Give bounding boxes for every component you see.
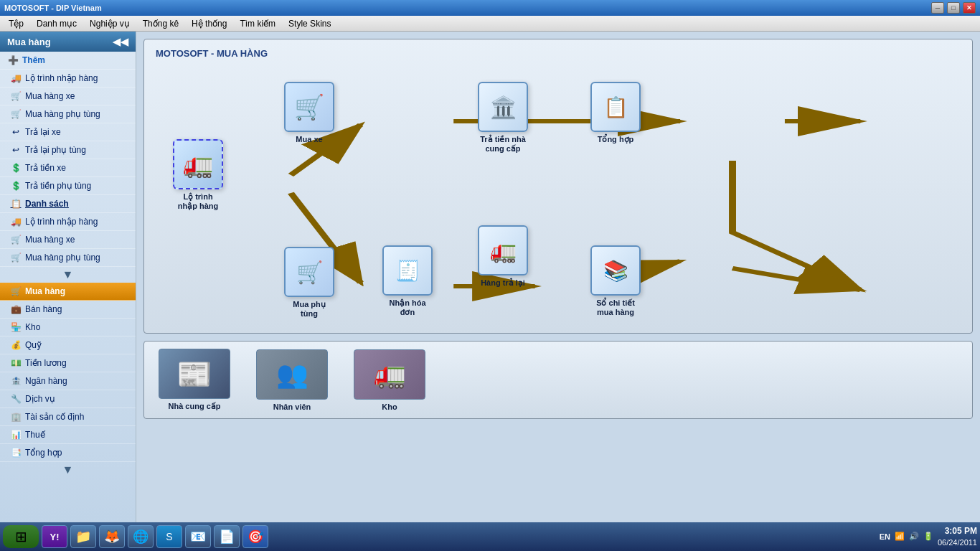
sidebar-item-mua-phu-tung-2[interactable]: 🛒 Mua hàng phụ tùng bbox=[0, 249, 136, 267]
node-tra-tien-ncc-label: Trả tiền nhàcung cấp bbox=[480, 135, 526, 154]
diagram-title: MOTOSOFT - MUA HÀNG bbox=[151, 47, 965, 60]
title-bar: MOTOSOFT - DIP Vietnam ─ □ ✕ bbox=[0, 0, 980, 16]
maximize-button[interactable]: □ bbox=[947, 2, 960, 14]
sidebar-label-4: Trả lại phụ tùng bbox=[25, 145, 86, 155]
sidebar-item-tra-lai-xe[interactable]: ↩ Trả lại xe bbox=[0, 123, 136, 141]
sidebar-scroll-bottom[interactable]: ▼ bbox=[0, 462, 136, 478]
taskbar-explorer[interactable]: 📁 bbox=[70, 525, 96, 548]
sidebar-collapse-btn[interactable]: ◀◀ bbox=[113, 36, 128, 47]
taskbar-outlook[interactable]: 📧 bbox=[185, 525, 211, 548]
menu-nghiep-vu[interactable]: Nghiệp vụ bbox=[84, 17, 136, 30]
close-button[interactable]: ✕ bbox=[963, 2, 976, 14]
node-tong-hop-icon: 📋 bbox=[590, 82, 641, 132]
nha-cung-cap-img: 📰 bbox=[159, 349, 230, 399]
sidebar-module-label-7: Tài sản cố định bbox=[25, 412, 84, 422]
menu-style-skins[interactable]: Style Skins bbox=[283, 17, 336, 30]
module-icon-6: 🔧 bbox=[10, 393, 22, 405]
node-nhan-hoa-don[interactable]: 🧾 Nhận hóađơn bbox=[382, 245, 433, 317]
taskbar: ⊞ Y! 📁 🦊 🌐 S 📧 📄 🎯 EN 📶 🔊 🔋 3:05 PM 06/2… bbox=[0, 522, 980, 551]
node-mua-phu-tung-icon: 🛒 bbox=[284, 247, 334, 297]
sidebar-item-tra-tien-phu-tung[interactable]: 💲 Trả tiền phụ tùng bbox=[0, 177, 136, 195]
diagram-content: 🚛 Lộ trìnhnhập hàng 🛒 Mua xe 🛒 Mua phụtù… bbox=[151, 67, 965, 326]
sidebar-module-tong-hop[interactable]: 📑 Tổng hợp bbox=[0, 444, 136, 462]
sidebar-module-dich-vu[interactable]: 🔧 Dịch vụ bbox=[0, 390, 136, 408]
sidebar-label-7: Danh sách bbox=[25, 199, 69, 209]
info-card-nha-cung-cap[interactable]: 📰 Nhà cung cấp bbox=[151, 349, 237, 411]
sidebar-item-mua-xe-2[interactable]: 🛒 Mua hàng xe bbox=[0, 231, 136, 249]
sidebar-module-kho[interactable]: 🏪 Kho bbox=[0, 319, 136, 336]
info-card-kho[interactable]: 🚛 Kho bbox=[347, 349, 433, 411]
sidebar-module-ban-hang[interactable]: 💼 Bán hàng bbox=[0, 301, 136, 319]
sidebar-item-tra-lai-phu-tung[interactable]: ↩ Trả lại phụ tùng bbox=[0, 141, 136, 159]
taskbar-system-tray: EN 📶 🔊 🔋 3:05 PM 06/24/2011 bbox=[880, 526, 977, 547]
node-tra-tien-ncc[interactable]: 🏛️ Trả tiền nhàcung cấp bbox=[478, 82, 528, 154]
sidebar-module-thue[interactable]: 📊 Thuế bbox=[0, 426, 136, 444]
sidebar-item-mua-xe[interactable]: 🛒 Mua hàng xe bbox=[0, 88, 136, 105]
node-mua-phu-tung-label: Mua phụtùng bbox=[293, 300, 326, 318]
sidebar-item-danh-sach[interactable]: 📋 Danh sách bbox=[0, 195, 136, 213]
sidebar-label-2: Mua hàng phụ tùng bbox=[25, 109, 100, 119]
kho-img: 🚛 bbox=[354, 349, 425, 400]
money-icon-1: 💲 bbox=[10, 162, 22, 174]
menu-he-thong[interactable]: Hệ thống bbox=[186, 17, 232, 30]
taskbar-app[interactable]: 🎯 bbox=[242, 525, 268, 548]
kho-label: Kho bbox=[382, 402, 397, 411]
sidebar-module-label-2: Kho bbox=[25, 322, 40, 332]
sidebar-module-label-0: Mua hàng bbox=[25, 286, 65, 296]
taskbar-yahoo[interactable]: Y! bbox=[42, 525, 67, 548]
sidebar-item-lo-trinh[interactable]: 🚚 Lộ trình nhập hàng bbox=[0, 70, 136, 88]
module-icon-3: 💰 bbox=[10, 339, 22, 351]
taskbar-skype[interactable]: S bbox=[156, 525, 182, 548]
cart-icon-1: 🛒 bbox=[10, 90, 22, 102]
node-hang-tra-lai-label: Hàng trả lại bbox=[481, 278, 525, 288]
sidebar-module-tien-luong[interactable]: 💵 Tiền lương bbox=[0, 354, 136, 372]
sidebar-item-mua-phu-tung[interactable]: 🛒 Mua hàng phụ tùng bbox=[0, 105, 136, 123]
node-hang-tra-lai[interactable]: 🚛 Hàng trả lại bbox=[478, 225, 528, 288]
sidebar-header: Mua hàng ◀◀ bbox=[0, 32, 136, 52]
node-so-chi-tiet-icon: 📚 bbox=[590, 245, 641, 296]
module-icon-1: 💼 bbox=[10, 303, 22, 315]
date-display: 06/24/2011 bbox=[938, 537, 977, 547]
sidebar-label-3: Trả lại xe bbox=[25, 127, 61, 137]
sidebar-module-mua-hang[interactable]: 🛒 Mua hàng bbox=[0, 283, 136, 301]
sidebar-scroll-down[interactable]: ▼ bbox=[0, 267, 136, 283]
node-tong-hop[interactable]: 📋 Tổng hợp bbox=[590, 82, 641, 144]
taskbar-word[interactable]: 📄 bbox=[214, 525, 240, 548]
node-hang-tra-lai-icon: 🚛 bbox=[478, 225, 528, 276]
node-tong-hop-label: Tổng hợp bbox=[598, 135, 634, 144]
time-display: 3:05 PM bbox=[938, 526, 977, 537]
sidebar: Mua hàng ◀◀ ➕ Thêm 🚚 Lộ trình nhập hàng … bbox=[0, 32, 136, 522]
cart-icon-4: 🛒 bbox=[10, 252, 22, 263]
sidebar-module-tai-san[interactable]: 🏢 Tài sản cố định bbox=[0, 408, 136, 426]
content-area: MOTOSOFT - MUA HÀNG bbox=[136, 32, 980, 522]
return-icon-2: ↩ bbox=[10, 144, 22, 156]
volume-icon: 🔊 bbox=[909, 532, 919, 541]
battery-icon: 🔋 bbox=[923, 532, 933, 541]
node-mua-phu-tung[interactable]: 🛒 Mua phụtùng bbox=[284, 247, 334, 318]
sidebar-module-quy[interactable]: 💰 Quỹ bbox=[0, 336, 136, 354]
sidebar-item-lo-trinh-2[interactable]: 🚚 Lộ trình nhập hàng bbox=[0, 213, 136, 231]
info-panel: 📰 Nhà cung cấp 👥 Nhân viên 🚛 Kho bbox=[143, 341, 973, 419]
taskbar-chrome[interactable]: 🌐 bbox=[128, 525, 154, 548]
node-lo-trinh[interactable]: 🚛 Lộ trìnhnhập hàng bbox=[173, 139, 223, 211]
module-icon-0: 🛒 bbox=[10, 286, 22, 297]
node-mua-xe[interactable]: 🛒 Mua xe bbox=[284, 82, 334, 143]
info-card-nhan-vien[interactable]: 👥 Nhân viên bbox=[249, 349, 335, 411]
menu-danh-muc[interactable]: Danh mục bbox=[31, 17, 83, 30]
taskbar-firefox[interactable]: 🦊 bbox=[99, 525, 125, 548]
node-so-chi-tiet-label: Sổ chi tiếtmua hàng bbox=[596, 298, 635, 316]
menu-thong-ke[interactable]: Thống kê bbox=[137, 17, 184, 30]
node-so-chi-tiet[interactable]: 📚 Sổ chi tiếtmua hàng bbox=[590, 245, 641, 316]
app-title: MOTOSOFT - DIP Vietnam bbox=[4, 4, 102, 12]
sidebar-title: Mua hàng bbox=[7, 37, 51, 47]
sidebar-module-label-9: Tổng hợp bbox=[25, 448, 62, 458]
sidebar-module-label-1: Bán hàng bbox=[25, 304, 62, 314]
minimize-button[interactable]: ─ bbox=[931, 2, 944, 14]
node-tra-tien-ncc-icon: 🏛️ bbox=[478, 82, 528, 132]
menu-tim-kiem[interactable]: Tìm kiếm bbox=[234, 17, 281, 30]
sidebar-module-ngan-hang[interactable]: 🏦 Ngân hàng bbox=[0, 372, 136, 390]
sidebar-item-them[interactable]: ➕ Thêm bbox=[0, 52, 136, 70]
start-button[interactable]: ⊞ bbox=[3, 525, 39, 548]
menu-tep[interactable]: Tệp bbox=[3, 17, 29, 30]
sidebar-item-tra-tien-xe[interactable]: 💲 Trả tiền xe bbox=[0, 159, 136, 177]
